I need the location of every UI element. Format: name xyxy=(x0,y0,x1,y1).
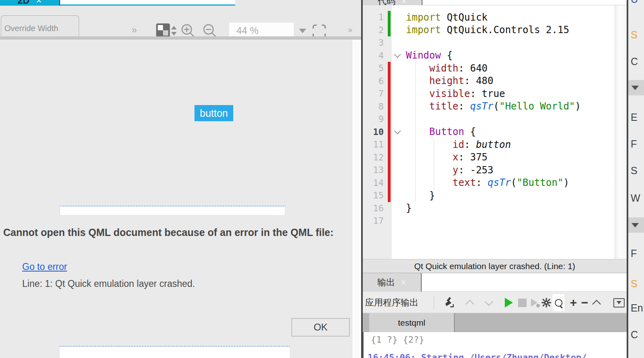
code-line[interactable]: 14 text: qsTr("Button") xyxy=(363,177,627,190)
error-detail: Line: 1: Qt Quick emulation layer crashe… xyxy=(22,278,195,289)
code-line[interactable]: 8 title: qsTr("Hello World") xyxy=(363,100,627,113)
code-editor[interactable]: 1import QtQuick2import QtQuick.Controls … xyxy=(363,5,627,259)
code-line[interactable]: 12 x: 375 xyxy=(363,151,627,164)
line-number: 14 xyxy=(363,178,387,188)
code-line[interactable]: 17 xyxy=(363,215,627,227)
line-number: 11 xyxy=(363,139,387,150)
close-icon[interactable]: × xyxy=(401,0,407,5)
code-line[interactable]: 16} xyxy=(363,202,627,215)
overflow-chevron-icon[interactable]: » xyxy=(132,24,137,36)
tab-2d-label: 2D xyxy=(18,0,29,6)
prev-item-icon[interactable] xyxy=(463,296,477,310)
tab-output[interactable]: 输出 × xyxy=(363,273,422,292)
truncated-panel-label: U xyxy=(631,0,638,5)
code-pane: 代码 × 1import QtQuick2import QtQuick.Cont… xyxy=(363,0,627,358)
line-number: 9 xyxy=(363,114,387,124)
code-line[interactable]: 9 xyxy=(363,113,627,126)
error-heading: Cannot open this QML document because of… xyxy=(3,227,358,238)
output-pane-label: 应用程序输出 xyxy=(365,297,418,309)
truncated-panel-label: W xyxy=(631,192,640,204)
tab-code-label: 代码 xyxy=(378,0,395,5)
code-text: import QtQuick xyxy=(404,12,487,23)
line-number: 4 xyxy=(363,51,387,61)
design-toolbar: Override Width » 44 % » xyxy=(0,6,361,36)
code-line[interactable]: 4Window { xyxy=(363,49,627,62)
clear-icon[interactable] xyxy=(442,296,456,310)
zoom-in-icon[interactable] xyxy=(181,23,195,38)
line-number: 6 xyxy=(363,76,387,86)
fold-chevron-icon[interactable] xyxy=(391,54,404,57)
line-number: 15 xyxy=(363,190,387,200)
change-bar-red xyxy=(388,87,391,100)
code-line[interactable]: 11 id: button xyxy=(363,138,627,151)
code-scrollbar[interactable] xyxy=(615,5,627,259)
search-icon[interactable] xyxy=(552,294,565,311)
code-line[interactable]: 13 y: -253 xyxy=(363,164,627,177)
change-bar-none xyxy=(388,202,391,215)
line-number: 2 xyxy=(363,25,387,35)
code-text: x: 375 xyxy=(404,152,487,163)
code-line[interactable]: 15 } xyxy=(363,189,627,202)
toolbar-separator xyxy=(0,36,361,40)
zoom-level-value: 44 % xyxy=(236,25,259,36)
code-line[interactable]: 5 width: 640 xyxy=(363,62,627,75)
code-text: visible: true xyxy=(404,88,505,99)
zoom-dropdown-arrow-icon[interactable] xyxy=(299,29,306,33)
line-number: 13 xyxy=(363,165,387,175)
code-text: height: 480 xyxy=(404,75,493,86)
code-line[interactable]: 1import QtQuick xyxy=(363,11,627,24)
collapse-output-icon[interactable] xyxy=(590,296,603,310)
component-stepper-icon[interactable] xyxy=(156,23,170,37)
code-text: } xyxy=(404,190,435,201)
overflow-chevron-icon[interactable]: » xyxy=(348,25,352,34)
output-tabbar: 输出 × xyxy=(363,273,627,292)
change-bar-red xyxy=(388,75,391,88)
code-text: import QtQuick.Controls 2.15 xyxy=(404,24,569,36)
tab-2d[interactable]: 2D × xyxy=(0,0,60,6)
close-icon[interactable]: × xyxy=(36,0,42,6)
ok-button[interactable]: OK xyxy=(291,318,350,337)
stepper-arrows-icon[interactable] xyxy=(171,25,177,36)
zoom-out-icon[interactable] xyxy=(203,23,217,38)
tab-code[interactable]: 代码 × xyxy=(363,0,422,5)
code-line[interactable]: 6 height: 480 xyxy=(363,75,627,88)
go-to-error-link[interactable]: Go to error xyxy=(22,261,67,272)
code-line[interactable]: 3 xyxy=(363,36,627,49)
run-icon[interactable] xyxy=(502,296,516,310)
right-side-panel: USCEFSWFSEnC xyxy=(628,0,644,358)
change-bar-green xyxy=(388,24,391,37)
next-item-icon[interactable] xyxy=(482,296,496,310)
override-width-label: Override Width xyxy=(4,24,58,33)
section-collapse-arrow-icon[interactable] xyxy=(628,80,644,95)
code-line[interactable]: 2import QtQuick.Controls 2.15 xyxy=(363,24,627,37)
override-width-control[interactable]: Override Width xyxy=(1,15,79,37)
tab-testqml[interactable]: testqml xyxy=(369,313,455,332)
line-number: 8 xyxy=(363,101,387,112)
code-line[interactable]: 10 Button { xyxy=(363,126,627,139)
code-text: id: button xyxy=(404,139,511,150)
stop-icon[interactable] xyxy=(515,296,529,310)
fold-chevron-icon[interactable] xyxy=(391,131,404,133)
design-scrollbar[interactable] xyxy=(352,40,361,358)
editor-status-bar: Qt Quick emulation layer crashed. (Line:… xyxy=(363,259,627,273)
code-line[interactable]: 7 visible: true xyxy=(363,87,627,100)
line-number: 10 xyxy=(363,127,387,137)
truncated-panel-label: S xyxy=(631,29,638,41)
minimize-panel-icon[interactable] xyxy=(612,296,626,310)
section-collapse-arrow-icon[interactable] xyxy=(628,217,644,233)
change-bar-red xyxy=(388,177,391,190)
settings-gear-icon[interactable] xyxy=(539,296,553,310)
truncated-panel-label: F xyxy=(631,248,637,259)
code-text: Window { xyxy=(404,50,453,61)
change-bar-red xyxy=(388,164,391,177)
output-toolbar: 应用程序输出 + − xyxy=(363,292,627,313)
change-bar-red xyxy=(388,138,391,151)
console-line: {1 ?} {2?} xyxy=(371,335,424,345)
close-icon[interactable]: × xyxy=(401,277,406,288)
canvas-button-item[interactable]: button xyxy=(194,105,233,121)
run-debug-icon[interactable] xyxy=(527,296,541,310)
truncated-panel-label: F xyxy=(631,138,637,150)
code-text: title: qsTr("Hello World") xyxy=(404,101,581,112)
code-text: } xyxy=(404,202,412,214)
change-bar-none xyxy=(388,49,391,62)
